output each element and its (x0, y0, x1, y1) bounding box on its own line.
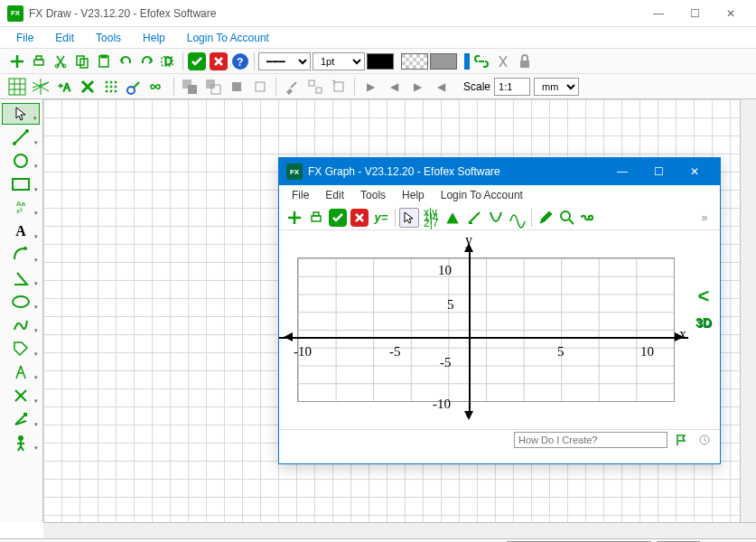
vertical-scrollbar[interactable] (740, 99, 756, 522)
status-sigma-icon[interactable]: Σᵢ (48, 539, 68, 543)
flag2-icon[interactable]: ◀ (384, 77, 404, 97)
overflow-icon[interactable]: » (695, 208, 714, 228)
child-pointer-tool[interactable] (399, 208, 419, 228)
child-close-button[interactable]: ✕ (677, 159, 713, 184)
snap-icon[interactable]: ⁺A (54, 77, 74, 97)
child-menu-edit[interactable]: Edit (318, 187, 351, 203)
x-icon[interactable] (78, 77, 98, 97)
child-minimize-button[interactable]: — (604, 159, 640, 184)
table-icon[interactable]: x|y1|42|7 (421, 208, 441, 228)
flag3-icon[interactable]: ▶ (407, 77, 427, 97)
eyedrop-icon[interactable] (125, 77, 145, 97)
circle-tool[interactable]: ▾ (2, 150, 40, 172)
threed-button[interactable]: 3D (695, 315, 712, 330)
less-than-icon[interactable]: < (698, 285, 710, 308)
rotate-icon[interactable] (329, 77, 349, 97)
fill-color[interactable] (430, 53, 457, 70)
triangle-icon[interactable] (443, 208, 462, 228)
mask-icon[interactable] (579, 208, 599, 228)
reject-icon[interactable] (209, 51, 229, 71)
graph-area[interactable]: < 3D y x 10 5 -5 -10 -10 -5 5 10 (279, 230, 720, 429)
child-accept-icon[interactable] (328, 208, 348, 228)
child-titlebar[interactable]: FX FX Graph - V23.12.20 - Efofex Softwar… (279, 158, 720, 185)
cut-icon[interactable] (51, 51, 70, 71)
lock-icon[interactable] (515, 51, 535, 71)
lineweight-select[interactable]: 1pt (313, 52, 365, 70)
redo-icon[interactable] (137, 51, 157, 71)
angle-tool[interactable]: ▾ (2, 267, 40, 289)
parabola-icon[interactable] (486, 208, 506, 228)
child-menu-tools[interactable]: Tools (353, 187, 393, 203)
child-flag-icon[interactable] (671, 430, 691, 450)
line-tool[interactable]: ▾ (2, 126, 40, 148)
pen-icon[interactable] (536, 208, 555, 228)
minimize-button[interactable]: — (640, 1, 677, 26)
ungroup-icon[interactable] (203, 77, 223, 97)
child-print-icon[interactable] (306, 208, 326, 228)
brush-icon[interactable] (282, 77, 302, 97)
equation-tool[interactable]: Aax²▾ (2, 197, 40, 219)
group-icon[interactable] (180, 77, 200, 97)
menu-help[interactable]: Help (134, 29, 174, 47)
isogrid-icon[interactable] (31, 77, 51, 97)
svg-point-40 (23, 247, 27, 250)
status-flag-icon[interactable] (705, 539, 725, 543)
back-icon[interactable] (250, 77, 270, 97)
slope-icon[interactable] (464, 208, 484, 228)
help-icon[interactable]: ? (230, 51, 250, 71)
vector-tool[interactable]: ▾ (2, 408, 40, 430)
grid-icon[interactable] (7, 77, 27, 97)
paste-icon[interactable] (94, 51, 114, 71)
menu-login[interactable]: Login To Account (178, 29, 278, 47)
child-reject-icon[interactable] (350, 208, 369, 228)
status-history-icon[interactable] (731, 539, 751, 543)
flag4-icon[interactable]: ◀ (431, 77, 451, 97)
minmax-icon[interactable] (508, 208, 527, 228)
align-icon[interactable] (305, 77, 325, 97)
menu-tools[interactable]: Tools (87, 29, 130, 47)
child-history-icon[interactable] (695, 430, 714, 450)
arc-tool[interactable]: ▾ (2, 244, 40, 266)
dots-icon[interactable] (101, 77, 121, 97)
accent-swatch[interactable] (464, 53, 470, 70)
pointer-tool[interactable]: ▾ (2, 103, 40, 125)
add-icon[interactable] (7, 51, 27, 71)
y-equals-button[interactable]: y= (371, 208, 391, 228)
front-icon[interactable] (227, 77, 247, 97)
child-menu-login[interactable]: Login To Account (434, 187, 530, 203)
horizontal-scrollbar[interactable] (43, 522, 756, 538)
label-tool[interactable]: ▾ (2, 338, 40, 360)
child-add-icon[interactable] (285, 208, 304, 228)
graph-tool[interactable]: ▾ (2, 385, 40, 406)
fill-pattern[interactable] (401, 53, 428, 70)
rect-tool[interactable]: ▾ (2, 173, 40, 195)
menu-file[interactable]: File (7, 29, 42, 47)
linestyle-select[interactable]: ━━━ (258, 52, 311, 70)
curve-tool[interactable]: ▾ (2, 314, 40, 336)
status-compass-icon[interactable] (23, 539, 42, 543)
child-menu-help[interactable]: Help (395, 187, 432, 203)
zoom-icon[interactable] (557, 208, 577, 228)
cut2-icon[interactable] (493, 51, 513, 71)
child-maximize-button[interactable]: ☐ (640, 159, 677, 184)
maximize-button[interactable]: ☐ (677, 1, 713, 26)
link-icon[interactable] (471, 51, 491, 71)
child-menu-file[interactable]: File (285, 187, 316, 203)
undo-icon[interactable] (116, 51, 135, 71)
person-tool[interactable]: ▾ (2, 432, 40, 453)
menu-edit[interactable]: Edit (46, 29, 83, 47)
infinity-icon[interactable] (148, 77, 168, 97)
stroke-color[interactable] (367, 53, 394, 70)
units-select[interactable]: mm (534, 78, 579, 96)
default-icon[interactable]: D (159, 51, 179, 71)
ellipse-tool[interactable]: ▾ (2, 291, 40, 313)
accept-icon[interactable] (187, 51, 207, 71)
copy-icon[interactable] (72, 51, 92, 71)
child-search-input[interactable] (514, 432, 667, 448)
compass-tool[interactable]: ▾ (2, 361, 40, 383)
print-icon[interactable] (29, 51, 49, 71)
scale-input[interactable] (494, 78, 530, 96)
flag1-icon[interactable]: ▶ (360, 77, 380, 97)
text-tool[interactable]: A▾ (2, 220, 40, 242)
close-button[interactable]: ✕ (713, 1, 749, 26)
